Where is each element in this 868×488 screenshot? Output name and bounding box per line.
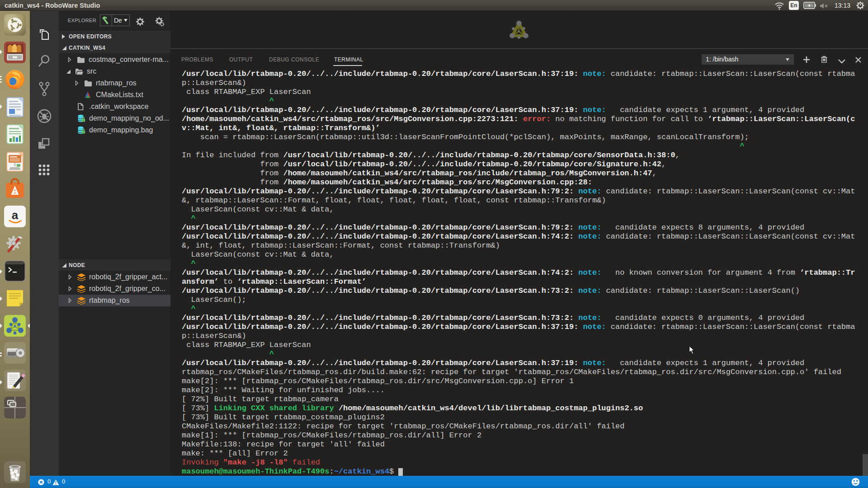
svg-text:a: a	[12, 208, 19, 222]
